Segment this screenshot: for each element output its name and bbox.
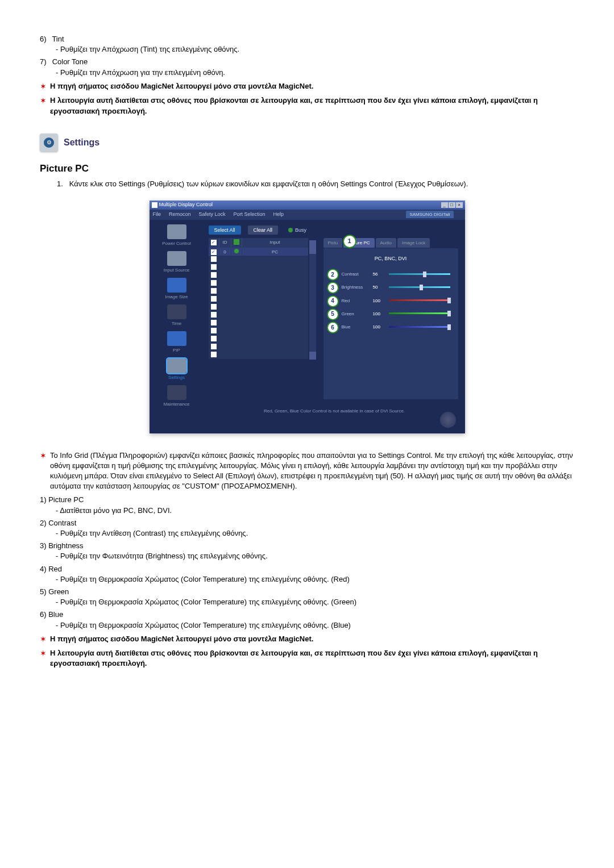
row-checkbox[interactable] [211, 296, 217, 302]
row-checkbox[interactable] [211, 336, 217, 341]
row-checkbox[interactable] [211, 264, 217, 270]
menu-help[interactable]: Help [273, 211, 284, 218]
callout-3: 3 [327, 282, 339, 294]
row-checkbox[interactable] [211, 352, 217, 357]
row-checkbox[interactable] [211, 249, 217, 255]
tab-image-lock[interactable]: Image Lock [397, 238, 430, 248]
callout-5: 5 [327, 308, 339, 320]
grid-row[interactable] [209, 287, 308, 295]
settings-icon: ⚙ [40, 133, 58, 152]
item-label: Color Tone [52, 57, 88, 66]
info-grid-note: ✶ Το Info Grid (Πλέγμα Πληροφοριών) εμφα… [40, 450, 574, 492]
note-magicnet: ✶ Η πηγή σήματος εισόδου MagicNet λειτου… [40, 81, 574, 93]
contrast-row: 2 Contrast 56 [329, 271, 453, 277]
tabs: Pictu Picture PC Audio Image Lock [323, 238, 430, 248]
maximize-button[interactable]: □ [449, 202, 455, 208]
grid-row[interactable] [209, 327, 308, 335]
grid-row[interactable]: 0 PC [209, 248, 308, 256]
sidebar-time[interactable]: Time [152, 304, 202, 327]
sidebar-maintenance[interactable]: Maintenance [152, 385, 202, 407]
row-checkbox[interactable] [211, 280, 217, 286]
grid-row[interactable] [209, 295, 308, 303]
busy-indicator: Busy [288, 227, 306, 234]
list-desc: - Διατίθεται μόνο για PC, BNC, DVI. [56, 506, 574, 516]
grid-row[interactable] [209, 335, 308, 343]
brand-logo: SAMSUNG DIGITall [406, 211, 453, 218]
grid-row[interactable] [209, 272, 308, 279]
menu-remocon[interactable]: Remocon [169, 211, 191, 218]
note-default: ✶ Η λειτουργία αυτή διατίθεται στις οθόν… [40, 95, 574, 116]
green-slider[interactable] [389, 312, 450, 315]
callout-4: 4 [327, 295, 339, 307]
brightness-row: 3 Brightness 50 [329, 284, 453, 290]
contrast-value: 56 [373, 271, 387, 277]
power-icon[interactable] [440, 412, 456, 428]
list-label: Contrast [48, 519, 76, 527]
sidebar-settings[interactable]: Settings [152, 358, 202, 381]
note-text: Η πηγή σήματος εισόδου MagicNet λειτουργ… [50, 82, 313, 90]
row-checkbox[interactable] [211, 304, 217, 310]
clear-all-button[interactable]: Clear All [248, 226, 279, 235]
grid-row[interactable] [209, 256, 308, 264]
list-label: Picture PC [48, 495, 84, 504]
row-input: PC [242, 249, 308, 255]
minimize-button[interactable]: _ [441, 202, 448, 208]
select-all-button[interactable]: Select All [209, 226, 241, 235]
grid-row[interactable] [209, 264, 308, 272]
grid-head-id: ID [219, 238, 231, 248]
brightness-slider[interactable] [389, 286, 450, 289]
list-desc: - Ρυθμίζει την Αντίθεση (Contrast) της ε… [56, 528, 574, 539]
grid-row[interactable] [209, 351, 308, 359]
section-header: ⚙ Settings [40, 133, 574, 152]
tab-audio[interactable]: Audio [376, 238, 396, 248]
brightness-value: 50 [373, 284, 387, 290]
sidebar-power[interactable]: Power Control [152, 224, 202, 247]
red-slider[interactable] [389, 299, 450, 302]
list-desc: - Ρυθμίζει τη Θερμοκρασία Χρώματος (Colo… [56, 597, 574, 607]
sidebar-image[interactable]: Image Size [152, 278, 202, 300]
grid-row[interactable] [209, 343, 308, 351]
tab-picture[interactable]: Pictu [323, 238, 343, 248]
grid-head-check[interactable] [209, 238, 219, 248]
red-value: 100 [373, 298, 387, 304]
menu-safety[interactable]: Safety Lock [199, 211, 226, 218]
sidebar-pip[interactable]: PIP [152, 331, 202, 353]
step-num: 1. [57, 179, 67, 189]
grid-row[interactable] [209, 303, 308, 311]
menu-port[interactable]: Port Selection [234, 211, 265, 218]
grid-row[interactable] [209, 279, 308, 287]
busy-dot-icon [288, 228, 293, 232]
grid-row[interactable] [209, 311, 308, 319]
sidebar-input[interactable]: Input Source [152, 251, 202, 273]
note-text: Η πηγή σήματος εισόδου MagicNet λειτουργ… [50, 635, 313, 643]
blue-value: 100 [373, 324, 387, 330]
row-checkbox[interactable] [211, 344, 217, 349]
note-magicnet: ✶ Η πηγή σήματος εισόδου MagicNet λειτου… [40, 634, 574, 645]
close-button[interactable]: × [456, 202, 463, 208]
note-text: Το Info Grid (Πλέγμα Πληροφοριών) εμφανί… [50, 450, 574, 492]
step-text: Κάντε κλικ στο Settings (Ρυθμίσεις) των … [69, 179, 574, 189]
blue-slider[interactable] [389, 326, 450, 328]
menu-file[interactable]: File [153, 211, 161, 218]
star-icon: ✶ [40, 450, 47, 462]
note-default: ✶ Η λειτουργία αυτή διατίθεται στις οθόν… [40, 648, 574, 669]
row-checkbox[interactable] [211, 320, 217, 326]
list-label: Red [48, 565, 62, 573]
status-dot-icon [234, 249, 239, 253]
row-checkbox[interactable] [211, 288, 217, 294]
star-icon: ✶ [40, 634, 47, 645]
row-checkbox[interactable] [211, 312, 217, 318]
window-title: Multiple Display Control [159, 201, 213, 208]
step-1: 1. Κάντε κλικ στο Settings (Ρυθμίσεις) τ… [57, 179, 574, 189]
contrast-slider[interactable] [389, 273, 450, 276]
row-checkbox[interactable] [211, 328, 217, 333]
grid-scrollbar[interactable] [309, 240, 316, 360]
grid-row[interactable] [209, 319, 308, 327]
prev-list: 6) Tint - Ρυθμίζει την Απόχρωση (Tint) τ… [40, 34, 574, 78]
grid-head-input: Input [242, 238, 308, 248]
row-checkbox[interactable] [211, 256, 217, 262]
star-icon: ✶ [40, 81, 47, 93]
note-text: Η λειτουργία αυτή διατίθεται στις οθόνες… [50, 649, 538, 667]
row-checkbox[interactable] [211, 272, 217, 278]
list-label: Brightness [48, 541, 83, 550]
